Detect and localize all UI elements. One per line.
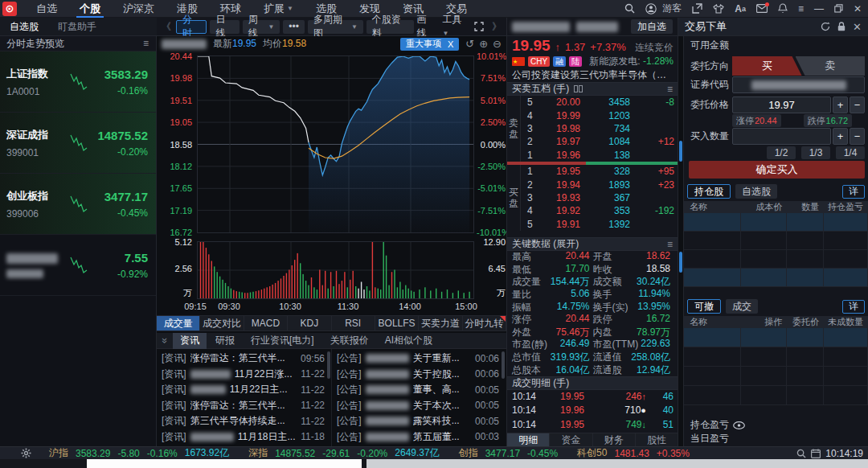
- fraction-button-2[interactable]: 1/4: [836, 146, 865, 159]
- news-item[interactable]: [资讯]涨停雷达：第三代半...09:56: [162, 351, 325, 367]
- intraday-price-chart[interactable]: 20.4419.9819.5119.0518.5818.1217.6517.19…: [157, 51, 506, 234]
- news-tab-3[interactable]: 关联报价: [323, 333, 376, 349]
- statusbar-index-1[interactable]: 深指14875.52-29.61-0.20%2649.37亿: [248, 446, 440, 460]
- indicator-tab-1[interactable]: 成交对比: [200, 316, 244, 330]
- orderbook-mode-icon[interactable]: [574, 84, 583, 95]
- settings-gear-icon[interactable]: [21, 448, 31, 458]
- chart-period-tab-4[interactable]: 多周期图▼: [308, 20, 363, 34]
- table-row[interactable]: [684, 250, 868, 269]
- skin-icon[interactable]: [713, 4, 724, 14]
- indicator-tab-6[interactable]: 买卖力道: [419, 316, 462, 330]
- detail-tab-3[interactable]: 股性: [636, 433, 678, 446]
- menu-item-2[interactable]: 沪深京: [112, 0, 166, 18]
- news-item[interactable]: [资讯]11月22日涨...11-22: [162, 367, 325, 383]
- table-row[interactable]: [684, 328, 868, 347]
- qty-decrease-button[interactable]: −: [850, 128, 865, 145]
- table-row[interactable]: [684, 213, 868, 232]
- zoom-out-icon[interactable]: ⊖: [493, 38, 502, 50]
- news-item[interactable]: [资讯]11月18日主...11-18: [162, 429, 325, 445]
- user-avatar-icon[interactable]: [645, 3, 657, 14]
- indicator-tab-2[interactable]: MACD: [244, 316, 288, 330]
- mail-icon[interactable]: [756, 4, 768, 13]
- chart-period-tab-3[interactable]: •••: [283, 20, 305, 34]
- orderbook-row[interactable]: 319.93367: [521, 191, 678, 204]
- chart-period-tab-2[interactable]: 周线▼: [243, 20, 280, 34]
- statusbar-search-icon[interactable]: [796, 449, 806, 458]
- news-item[interactable]: [公告]关于重新...00:06: [337, 351, 499, 367]
- news-item[interactable]: [资讯]第三代半导体持续走...11-22: [162, 413, 325, 429]
- chart-period-tab-5[interactable]: 个股资料: [366, 20, 414, 34]
- position-detail-button[interactable]: 详: [842, 185, 865, 199]
- news-item[interactable]: [资讯]11月22日主...11-22: [162, 382, 325, 398]
- news-tab-2[interactable]: 行业资讯[电力]: [244, 333, 321, 349]
- news-item[interactable]: [公告]第五届董...00:03: [337, 429, 499, 445]
- bell-icon[interactable]: [778, 3, 788, 14]
- eye-icon[interactable]: [733, 421, 745, 429]
- major-event-badge[interactable]: 重大事项X: [400, 38, 459, 51]
- keydata-menu-icon[interactable]: ≡: [667, 239, 674, 250]
- orderbook-row[interactable]: 520.003458-8: [521, 96, 678, 109]
- popout-icon[interactable]: [692, 3, 702, 14]
- minimize-icon[interactable]: —: [814, 3, 824, 14]
- price-decrease-button[interactable]: −: [850, 96, 865, 113]
- index-card-3[interactable]: 7.55-0.92%: [0, 235, 156, 296]
- orderbook-row[interactable]: 219.971084+12: [521, 135, 678, 148]
- table-row[interactable]: [684, 347, 868, 367]
- chart-period-tab-0[interactable]: 分时: [176, 20, 207, 34]
- security-code-input[interactable]: [732, 76, 865, 93]
- expand-right-icon[interactable]: 》: [490, 20, 503, 34]
- chart-period-tab-1[interactable]: 日线: [210, 20, 239, 34]
- order-detail-button[interactable]: 详: [842, 300, 865, 314]
- panel-splitter[interactable]: [678, 36, 684, 446]
- index-card-2[interactable]: 创业板指399006 3477.17-0.45%: [0, 174, 156, 235]
- orderbook-row[interactable]: 319.98734: [521, 122, 678, 135]
- indicator-tab-0[interactable]: 成交量: [157, 316, 200, 330]
- keydata-header[interactable]: 关键数据 (展开) ≡: [507, 237, 678, 251]
- news-tab-4[interactable]: AI相似个股: [378, 333, 440, 349]
- close-icon[interactable]: ✕: [854, 3, 862, 14]
- volume-chart[interactable]: 5.122.56万 12.906.45万: [157, 237, 506, 303]
- watchlist-tab-0[interactable]: 自选股: [0, 20, 48, 34]
- table-row[interactable]: [684, 367, 868, 386]
- sidebar-menu-icon[interactable]: ≡: [143, 38, 149, 49]
- indicator-tab-7[interactable]: 分时九转: [463, 316, 506, 330]
- position-tab-0[interactable]: 持仓股: [687, 184, 731, 199]
- detail-tab-2[interactable]: 财务: [593, 433, 636, 446]
- position-tab-1[interactable]: 自选股: [735, 184, 777, 199]
- watchlist-tab-1[interactable]: 盯盘助手: [48, 20, 106, 34]
- news-item[interactable]: [公告]露笑科技...00:05: [337, 413, 499, 429]
- price-increase-button[interactable]: +: [833, 96, 848, 113]
- collapse-news-icon[interactable]: »: [159, 335, 171, 347]
- menu-item-0[interactable]: 自选: [25, 0, 68, 18]
- indicator-tab-4[interactable]: RSI: [332, 316, 375, 330]
- orderbook-row[interactable]: 419.991203: [521, 109, 678, 121]
- menu-item-1[interactable]: 个股: [68, 0, 112, 18]
- zoom-in-icon[interactable]: ⊕: [479, 38, 488, 50]
- orderbook-row[interactable]: 519.911392: [521, 218, 678, 231]
- news-item[interactable]: [公告]关于本次...00:05: [337, 398, 499, 414]
- table-row[interactable]: [684, 232, 868, 250]
- buy-quantity-input[interactable]: [732, 128, 831, 145]
- restore-icon[interactable]: [834, 4, 843, 13]
- news-item[interactable]: [资讯]涨停雷达：第三代半...11-22: [162, 398, 325, 414]
- news-scrollbar[interactable]: [502, 351, 505, 379]
- orderbook-row[interactable]: 419.92353-192: [521, 204, 678, 217]
- news-tab-1[interactable]: 研报: [208, 333, 242, 349]
- fraction-button-1[interactable]: 1/3: [801, 146, 830, 159]
- fullscreen-icon[interactable]: [474, 22, 484, 31]
- news-item[interactable]: [公告]董事、高...00:05: [337, 382, 499, 398]
- collapse-left-icon[interactable]: 《: [160, 20, 173, 34]
- orderbook-menu-icon[interactable]: ≡: [667, 84, 674, 95]
- company-description[interactable]: 公司投资建设第三代功率半导体（碳化硅）产...: [507, 68, 678, 82]
- orderbook-row[interactable]: 119.96138: [521, 149, 678, 162]
- indicator-tab-3[interactable]: KDJ: [288, 316, 331, 330]
- qty-increase-button[interactable]: +: [833, 128, 848, 145]
- badge-close-icon[interactable]: X: [448, 39, 453, 49]
- news-scrollbar[interactable]: [327, 351, 330, 379]
- search-icon[interactable]: [624, 3, 635, 14]
- menu-list-icon[interactable]: ≡: [798, 3, 804, 14]
- index-card-0[interactable]: 上证指数1A0001 3583.29-0.16%: [0, 51, 156, 113]
- news-tab-0[interactable]: 资讯: [173, 333, 207, 349]
- order-tab-0[interactable]: 可撤: [687, 299, 721, 314]
- buy-direction-button[interactable]: 买: [732, 56, 802, 76]
